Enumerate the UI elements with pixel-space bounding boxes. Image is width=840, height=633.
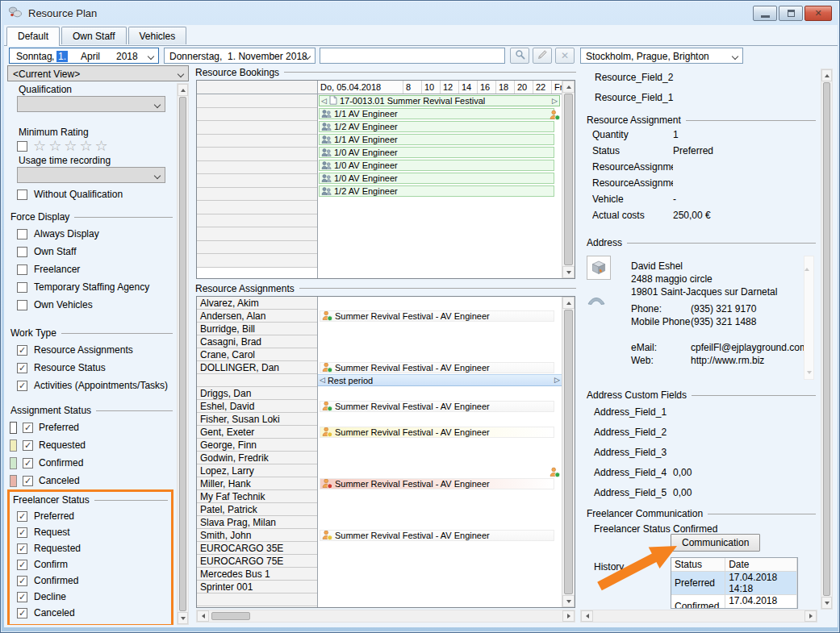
- assignment-bar-declined[interactable]: Summer Revival Festival - AV Engineer: [320, 478, 554, 489]
- date-to-picker[interactable]: Donnerstag, 1. November 2018: [164, 48, 316, 64]
- checkbox-freelancer[interactable]: [17, 264, 27, 275]
- rest-period-bar[interactable]: ◁Rest period▷: [318, 374, 562, 386]
- sidebar-scrollbar[interactable]: [177, 83, 189, 625]
- rating-stars-icon[interactable]: ☆☆☆☆☆: [33, 139, 111, 153]
- checkbox-preferred[interactable]: ✓: [17, 511, 27, 522]
- checkbox-requested[interactable]: ✓: [23, 440, 33, 451]
- scroll-down-button[interactable]: [178, 612, 188, 624]
- detail-horizontal-scrollbar[interactable]: [580, 610, 817, 623]
- booking-bar[interactable]: 1/0 AV Engineer: [319, 147, 554, 158]
- resource-row-fisher-susan-loki[interactable]: Fisher, Susan Loki: [197, 413, 317, 426]
- scroll-right-icon[interactable]: ▷: [554, 377, 560, 384]
- chevron-down-icon[interactable]: [178, 71, 184, 77]
- booking-bar[interactable]: 1/1 AV Engineer: [319, 134, 554, 145]
- checkbox-confirmed[interactable]: ✓: [23, 458, 33, 469]
- row-header-cell[interactable]: [197, 108, 317, 122]
- resource-row-eshel-david[interactable]: Eshel, David: [197, 400, 317, 413]
- assignments-horizontal-scrollbar[interactable]: [196, 610, 575, 623]
- scroll-up-button[interactable]: [821, 69, 832, 81]
- minimize-button[interactable]: [753, 6, 777, 21]
- resource-row-eurocargo-35e[interactable]: EUROCARGO 35E: [197, 542, 317, 555]
- scroll-left-button[interactable]: [581, 610, 593, 622]
- minimum-rating-checkbox[interactable]: [17, 141, 27, 152]
- location-filter-combo[interactable]: Stockholm, Prague, Brighton: [580, 48, 743, 64]
- without-qualification-checkbox[interactable]: [17, 189, 27, 200]
- resource-row-mercedes-bus-1[interactable]: Mercedes Bus 1: [197, 568, 317, 581]
- scroll-down-button[interactable]: [821, 597, 832, 609]
- row-header-cell[interactable]: [197, 241, 317, 255]
- booking-bar[interactable]: 1/0 AV Engineer: [319, 160, 554, 171]
- detail-vertical-scrollbar[interactable]: [821, 69, 833, 610]
- resource-row-dollinger-dan[interactable]: DOLLINGER, Dan: [197, 361, 317, 374]
- scrollbar-thumb[interactable]: [564, 310, 573, 594]
- row-header-cell[interactable]: [197, 121, 317, 135]
- scrollbar-thumb[interactable]: [211, 612, 250, 620]
- search-input[interactable]: [320, 48, 505, 64]
- scroll-right-button[interactable]: [804, 610, 817, 622]
- resource-row-my-faf-technik[interactable]: My Faf Technik: [197, 490, 317, 503]
- qualification-combo[interactable]: [17, 96, 165, 112]
- row-header-cell[interactable]: [197, 174, 317, 188]
- assignment-bar-confirmed[interactable]: Summer Revival Festival - AV Engineer: [320, 310, 554, 322]
- resource-row-alvarez-akim[interactable]: Alvarez, Akim: [197, 297, 317, 310]
- scroll-up-button[interactable]: [562, 81, 575, 93]
- scroll-right-icon[interactable]: ▷: [552, 98, 558, 105]
- checkbox-temporary-staffing-agency[interactable]: [17, 282, 27, 293]
- usage-time-combo[interactable]: [17, 167, 165, 183]
- date-from-picker[interactable]: Sonntag , 1. April 2018: [9, 48, 159, 64]
- history-row[interactable]: Confirmed17.04.2018 14:19: [671, 594, 797, 609]
- address-scrollbar[interactable]: [804, 256, 814, 380]
- date-day-selected[interactable]: 1.: [56, 51, 68, 62]
- checkbox-own-vehicles[interactable]: [17, 300, 27, 310]
- scroll-up-button[interactable]: [562, 297, 575, 309]
- scroll-down-button[interactable]: [562, 266, 575, 278]
- tab-default[interactable]: Default: [6, 27, 60, 46]
- booking-bar[interactable]: 1/1 AV Engineer: [319, 108, 554, 119]
- resource-row-casagni-brad[interactable]: Casagni, Brad: [197, 335, 317, 348]
- scroll-up-button[interactable]: [178, 84, 188, 96]
- row-header-cell[interactable]: [197, 94, 317, 108]
- resource-row-burridge-bill[interactable]: Burridge, Bill: [197, 323, 317, 335]
- assignment-bar-requested[interactable]: Summer Revival Festival - AV Engineer: [320, 427, 554, 438]
- titlebar[interactable]: Resource Plan ✕: [1, 1, 839, 25]
- scroll-right-button[interactable]: [562, 610, 575, 622]
- checkbox-requested[interactable]: ✓: [17, 543, 27, 554]
- tab-vehicles[interactable]: Vehicles: [128, 27, 187, 44]
- checkbox-always-display[interactable]: [17, 229, 27, 239]
- bookings-vertical-scrollbar[interactable]: [562, 81, 575, 278]
- scroll-left-button[interactable]: [197, 610, 209, 622]
- resource-row-patel-patrick[interactable]: Patel, Patrick: [197, 503, 317, 516]
- communication-button[interactable]: Communication: [671, 534, 760, 552]
- booking-bar[interactable]: 1/2 AV Engineer: [319, 185, 554, 197]
- checkbox-decline[interactable]: ✓: [17, 592, 27, 602]
- scrollbar-thumb[interactable]: [823, 82, 830, 596]
- row-header-cell[interactable]: [197, 161, 317, 175]
- search-button[interactable]: [510, 48, 529, 64]
- resource-row-gent-exeter[interactable]: Gent, Exeter: [197, 426, 317, 439]
- assignments-vertical-scrollbar[interactable]: [562, 297, 575, 607]
- row-header-cell[interactable]: [197, 188, 317, 202]
- row-header-cell[interactable]: [197, 214, 317, 228]
- resource-row-crane-carol[interactable]: Crane, Carol: [197, 348, 317, 361]
- restore-button[interactable]: [779, 6, 803, 21]
- row-header-cell[interactable]: [197, 254, 317, 268]
- resource-row-lopez-larry[interactable]: Lopez, Larry: [197, 464, 317, 477]
- resource-row-miller-hank[interactable]: Miller, Hank: [197, 477, 317, 490]
- row-header-cell[interactable]: [197, 148, 317, 161]
- checkbox-canceled[interactable]: ✓: [17, 608, 27, 618]
- resource-row-smith-john[interactable]: Smith, John: [197, 529, 317, 542]
- resource-row-driggs-dan[interactable]: Driggs, Dan: [197, 387, 317, 400]
- checkbox-request[interactable]: ✓: [17, 527, 27, 538]
- resource-row-blank[interactable]: [197, 374, 317, 387]
- booking-bar[interactable]: 1/2 AV Engineer: [319, 121, 554, 132]
- resource-row-godwin-fredrik[interactable]: Godwin, Fredrik: [197, 452, 317, 464]
- row-header-cell[interactable]: [197, 201, 317, 214]
- resource-row-blank[interactable]: [197, 593, 317, 606]
- checkbox-activities-appointments-tasks[interactable]: ✓: [17, 381, 27, 391]
- scrollbar-thumb[interactable]: [564, 94, 573, 265]
- resource-row-slava-prag-milan[interactable]: Slava Prag, Milan: [197, 516, 317, 529]
- resource-row-george-finn[interactable]: George, Finn: [197, 439, 317, 452]
- chevron-down-icon[interactable]: [148, 53, 154, 60]
- row-header-cell[interactable]: [197, 135, 317, 148]
- resource-row-eurocargo-75e[interactable]: EUROCARGO 75E: [197, 555, 317, 568]
